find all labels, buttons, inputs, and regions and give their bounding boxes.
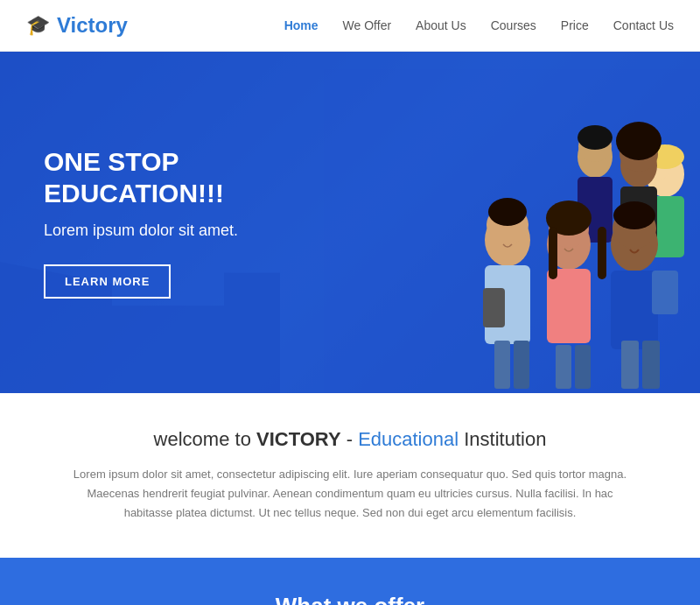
welcome-highlight: Educational [358,428,458,450]
nav-home[interactable]: Home [284,18,318,32]
svg-rect-29 [494,341,510,389]
svg-rect-28 [483,288,505,327]
svg-rect-30 [514,341,529,389]
hero-section: ONE STOP EDUCATION!!! Lorem ipsum dolor … [0,52,700,393]
welcome-separator: - [341,428,359,450]
offer-section: What we offer Online Courses Lorem ipsum… [0,558,700,605]
nav-price[interactable]: Price [561,18,589,32]
svg-rect-33 [621,341,639,389]
nav-about-us[interactable]: About Us [416,18,466,32]
welcome-brand: VICTORY [256,428,341,450]
svg-rect-18 [547,269,591,343]
svg-point-16 [488,198,527,226]
svg-rect-27 [652,271,678,314]
svg-rect-31 [556,345,571,389]
svg-point-8 [578,125,612,150]
nav-contact-us[interactable]: Contact Us [613,18,674,32]
welcome-title: welcome to VICTORY - Educational Institu… [70,428,630,451]
hero-subtitle: Lorem ipsum dolor sit amet. [44,222,350,240]
svg-rect-24 [611,271,658,349]
svg-point-12 [616,122,662,160]
nav-courses[interactable]: Courses [491,18,536,32]
svg-rect-34 [642,341,660,389]
svg-rect-22 [598,227,606,279]
welcome-prefix: welcome to [154,428,256,450]
learn-more-button[interactable]: LEARN MORE [44,264,171,299]
nav-we-offer[interactable]: We Offer [343,18,392,32]
logo-text: Victory [57,13,128,38]
logo[interactable]: 🎓 Victory [26,13,128,38]
header: 🎓 Victory Home We Offer About Us Courses… [0,0,700,52]
welcome-section: welcome to VICTORY - Educational Institu… [0,393,700,558]
graduation-cap-icon: 🎓 [26,14,50,37]
hero-content: ONE STOP EDUCATION!!! Lorem ipsum dolor … [0,146,350,299]
nav: Home We Offer About Us Courses Price Con… [284,18,674,32]
svg-rect-21 [549,227,557,279]
welcome-body: Lorem ipsum dolor sit amet, consectetur … [70,465,630,523]
offer-title: What we offer [44,593,656,605]
svg-rect-32 [575,345,591,389]
welcome-suffix: Institution [458,428,546,450]
hero-students-image [324,69,700,393]
svg-point-26 [613,201,655,229]
hero-title: ONE STOP EDUCATION!!! [44,146,350,209]
